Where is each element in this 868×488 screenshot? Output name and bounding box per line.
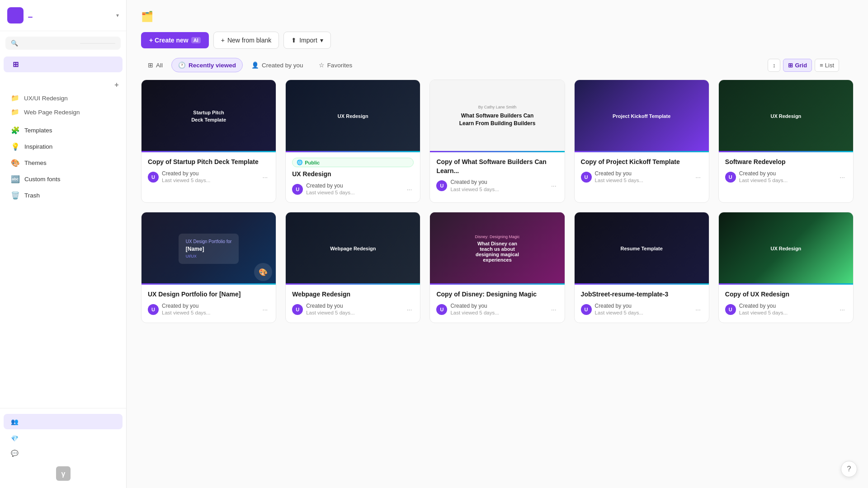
credits-item[interactable]: 💎 (4, 431, 123, 446)
card-more-button[interactable]: ··· (261, 305, 270, 314)
card-thumbnail: Webpage Redesign (286, 212, 420, 285)
card-6[interactable]: UX Design Portfolio for [Name] UI/UX 🎨 U… (141, 212, 276, 323)
inspiration-icon: 💡 (11, 142, 20, 151)
card-3[interactable]: ★ By Cathy Lane Smith What Software Buil… (429, 80, 565, 203)
page-title: 🗂️ (141, 11, 854, 23)
author-name: Created by you (306, 183, 354, 190)
card-more-button[interactable]: ··· (549, 181, 558, 190)
card-7[interactable]: Webpage Redesign Webpage Redesign U Crea… (285, 212, 420, 323)
import-button[interactable]: ⬆ Import ▾ (283, 32, 331, 49)
folder-item-uxui-redesign[interactable]: 📁 UX/UI Redesign (4, 91, 123, 105)
card-title: JobStreet-resume-template-3 (581, 290, 703, 299)
avatar: U (436, 304, 447, 315)
sidebar-item-themes[interactable]: 🎨 Themes (4, 155, 123, 171)
author-time: Last viewed 5 days... (162, 310, 210, 316)
card-more-button[interactable]: ··· (261, 173, 270, 182)
card-more-button[interactable]: ··· (693, 305, 703, 314)
sidebar-item-custom-fonts[interactable]: 🔤 Custom fonts (4, 171, 123, 187)
card-meta: U Created by you Last viewed 5 days... ·… (292, 183, 414, 197)
sidebar-links: 🧩 Templates 💡 Inspiration 🎨 Themes 🔤 Cus… (0, 119, 126, 206)
chevron-down-icon[interactable]: ▾ (116, 12, 119, 19)
help-button[interactable]: ? (841, 461, 857, 477)
avatar: U (725, 172, 736, 183)
themes-icon: 🎨 (11, 159, 20, 167)
author-name: Created by you (306, 303, 354, 310)
card-title: UX Design Portfolio for [Name] (148, 290, 269, 299)
card-thumbnail: UX Redesign (719, 80, 853, 152)
main-nav: ⊞ (0, 53, 126, 75)
author-time: Last viewed 5 days... (595, 310, 643, 316)
author-name: Created by you (450, 303, 499, 310)
card-meta: U Created by you Last viewed 5 days... ·… (436, 303, 558, 317)
card-thumbnail: UX Redesign (286, 80, 420, 152)
card-thumbnail: UX Redesign (719, 212, 853, 285)
avatar: U (292, 184, 303, 195)
clock-icon: 🕐 (178, 61, 186, 69)
sidebar-item-all-gammas[interactable]: ⊞ (4, 56, 123, 72)
sidebar-item-inspiration[interactable]: 💡 Inspiration (4, 139, 123, 155)
grid-icon: ⊞ (788, 62, 793, 69)
filter-tab-all[interactable]: ⊞ All (141, 58, 170, 72)
sidebar-item-templates[interactable]: 🧩 Templates (4, 122, 123, 138)
author-name: Created by you (739, 170, 788, 178)
card-more-button[interactable]: ··· (838, 305, 847, 314)
sidebar: ▾ 🔍 ⊞ + 📁 UX/UI Redesign 📁 Web Page Rede… (0, 0, 127, 488)
filter-tab-favorites[interactable]: ☆ Favorites (312, 58, 359, 72)
card-meta: U Created by you Last viewed 5 days... ·… (725, 303, 847, 317)
sort-button[interactable]: ↕ (768, 59, 781, 72)
card-2[interactable]: UX Redesign 🌐 Public UX Redesign U Creat… (285, 80, 420, 203)
filter-tab-created-by-you[interactable]: 👤 Created by you (245, 58, 310, 72)
list-view-button[interactable]: ≡ List (815, 59, 839, 72)
card-author: U Created by you Last viewed 5 days... (292, 183, 405, 197)
author-name: Created by you (162, 303, 210, 310)
add-folder-button[interactable]: + (114, 81, 119, 89)
grid-view-button[interactable]: ⊞ Grid (783, 59, 812, 72)
card-more-button[interactable]: ··· (405, 305, 414, 314)
card-5[interactable]: UX Redesign Software Redevelop U Created… (718, 80, 854, 203)
card-title: Copy of UX Redesign (725, 290, 847, 299)
avatar: U (148, 304, 159, 315)
card-more-button[interactable]: ··· (405, 185, 414, 194)
card-10[interactable]: UX Redesign Copy of UX Redesign U Create… (718, 212, 854, 323)
workspace-info (28, 12, 112, 19)
card-author: U Created by you Last viewed 5 days... (436, 179, 549, 193)
card-4[interactable]: Project Kickoff Template Copy of Project… (574, 80, 709, 203)
blank-label: New from blank (227, 37, 271, 44)
invite-to-workspace-button[interactable]: 👥 (4, 414, 123, 429)
filter-tab-label: Recently viewed (189, 62, 236, 69)
import-icon: ⬆ (291, 37, 297, 44)
card-9[interactable]: Resume Template JobStreet-resume-templat… (574, 212, 709, 323)
toolbar: + Create new AI + New from blank ⬆ Impor… (141, 32, 854, 49)
card-body: Copy of Project Kickoff Template U Creat… (575, 152, 709, 190)
author-name: Created by you (739, 303, 788, 310)
card-more-button[interactable]: ··· (693, 173, 703, 182)
jump-to-search[interactable]: 🔍 (5, 37, 121, 50)
author-info: Created by you Last viewed 5 days... (450, 303, 499, 317)
folder-icon: 📁 (11, 94, 19, 102)
avatar: U (148, 172, 159, 183)
create-new-button[interactable]: + Create new AI (141, 32, 209, 48)
card-8[interactable]: Disney: Designing Magic What Disney cant… (429, 212, 565, 323)
author-time: Last viewed 5 days... (306, 189, 354, 196)
card-meta: U Created by you Last viewed 5 days... ·… (292, 303, 414, 317)
create-label: + Create new (149, 37, 189, 44)
author-time: Last viewed 5 days... (595, 177, 643, 184)
card-meta: U Created by you Last viewed 5 days... ·… (148, 170, 269, 184)
card-more-button[interactable]: ··· (838, 173, 847, 182)
templates-icon: 🧩 (11, 126, 20, 135)
view-controls: ↕ ⊞ Grid ≡ List (768, 59, 854, 72)
filter-tab-recently-viewed[interactable]: 🕐 Recently viewed (171, 58, 243, 72)
sidebar-item-label: Custom fonts (24, 176, 61, 183)
workspace-header[interactable]: ▾ (0, 0, 126, 31)
author-name: Created by you (162, 170, 210, 178)
contact-us-item[interactable]: 💬 (4, 446, 123, 460)
folder-item-web-page-redesign[interactable]: 📁 Web Page Redesign (4, 105, 123, 119)
card-thumbnail: Startup PitchDeck Template (142, 80, 276, 152)
card-1[interactable]: Startup PitchDeck Template Copy of Start… (141, 80, 276, 203)
sidebar-item-trash[interactable]: 🗑️ Trash (4, 188, 123, 203)
card-title: Copy of Disney: Designing Magic (436, 290, 558, 299)
card-more-button[interactable]: ··· (549, 305, 558, 314)
new-from-blank-button[interactable]: + New from blank (213, 32, 279, 49)
author-info: Created by you Last viewed 5 days... (450, 179, 499, 193)
folder-name: UX/UI Redesign (24, 95, 68, 102)
